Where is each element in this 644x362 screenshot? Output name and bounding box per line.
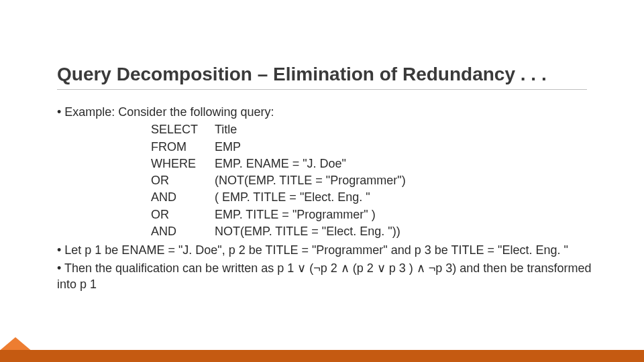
query-keyword: AND (151, 189, 215, 205)
query-value: ( EMP. TITLE = "Elect. Eng. " (215, 189, 604, 205)
and-icon: ∧ (341, 261, 350, 275)
and-icon: ∧ (417, 261, 425, 275)
query-value: (NOT(EMP. TITLE = "Programmer") (215, 172, 604, 188)
query-value: Title (215, 121, 604, 137)
bullet-let: • Let p 1 be ENAME = "J. Doe", p 2 be TI… (57, 242, 604, 258)
text-fragment: p 3 ) (386, 261, 417, 275)
query-keyword: FROM (151, 139, 215, 155)
query-value: EMP (215, 139, 604, 155)
slide-body: • Example: Consider the following query:… (57, 104, 604, 294)
query-row: OR EMP. TITLE = "Programmer" ) (151, 206, 604, 223)
or-icon: ∨ (297, 261, 306, 275)
query-keyword: OR (151, 172, 215, 188)
query-keyword: OR (151, 206, 215, 223)
query-row: WHERE EMP. ENAME = "J. Doe" (151, 156, 604, 172)
query-row: AND ( EMP. TITLE = "Elect. Eng. " (151, 189, 604, 205)
slide-title: Query Decomposition – Elimination of Red… (57, 64, 587, 90)
text-fragment: (¬p 2 (306, 261, 341, 275)
query-value: EMP. ENAME = "J. Doe" (215, 156, 604, 172)
query-value: EMP. TITLE = "Programmer" ) (215, 206, 604, 223)
query-row: SELECT Title (151, 121, 604, 137)
query-row: OR (NOT(EMP. TITLE = "Programmer") (151, 172, 604, 188)
title-container: Query Decomposition – Elimination of Red… (57, 64, 587, 90)
query-value: NOT(EMP. TITLE = "Elect. Eng. ")) (215, 223, 604, 239)
text-fragment: • Then the qualification can be written … (57, 261, 297, 275)
text-fragment: (p 2 (350, 261, 377, 275)
query-row: AND NOT(EMP. TITLE = "Elect. Eng. ")) (151, 223, 604, 239)
footer-bar (0, 350, 644, 362)
sql-query-block: SELECT Title FROM EMP WHERE EMP. ENAME =… (151, 121, 604, 239)
or-icon: ∨ (377, 261, 386, 275)
query-keyword: AND (151, 223, 215, 239)
bullet-then: • Then the qualification can be written … (57, 260, 604, 293)
query-row: FROM EMP (151, 139, 604, 155)
query-keyword: SELECT (151, 121, 215, 137)
query-keyword: WHERE (151, 156, 215, 172)
bullet-example: • Example: Consider the following query: (57, 104, 604, 120)
slide: Query Decomposition – Elimination of Red… (0, 0, 644, 362)
